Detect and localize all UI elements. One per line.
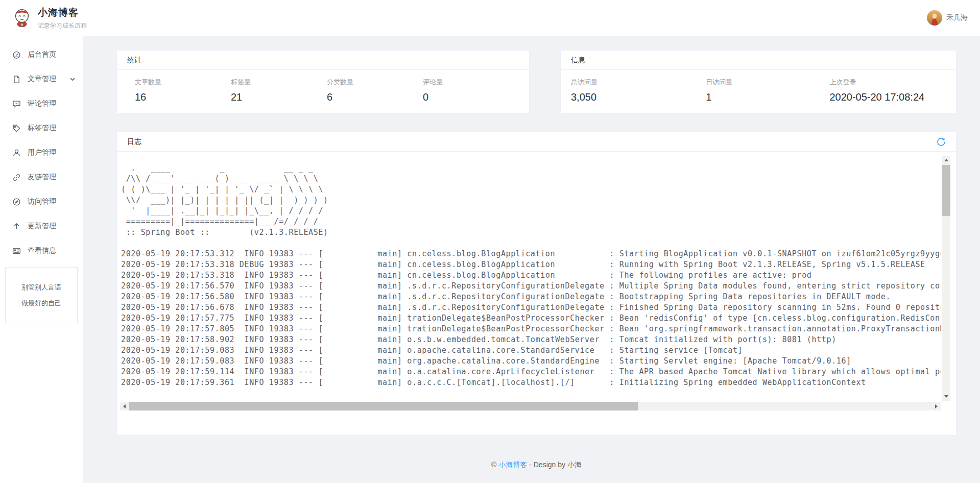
sidebar-item-label: 标签管理 xyxy=(28,124,56,133)
vertical-scrollbar[interactable] xyxy=(942,156,950,401)
log-line: 2020-05-19 20:17:58.902 INFO 19383 --- [… xyxy=(121,334,941,345)
log-line: 2020-05-19 20:17:59.361 INFO 19383 --- [… xyxy=(121,377,941,388)
stats-card-title: 统计 xyxy=(127,56,141,65)
sidebar-motto: 别管别人言语 做最好的自己 xyxy=(5,267,78,323)
log-banner-line: /\\ / ___'_ __ _ _(_)_ __ __ _ \ \ \ \ xyxy=(121,174,941,184)
sidebar-item-comments[interactable]: 评论管理 xyxy=(0,91,83,116)
log-banner-line: \\/ ___)| |_)| | | | | || (_| | ) ) ) ) xyxy=(121,195,941,206)
document-icon xyxy=(12,75,21,84)
sidebar-item-label: 友链管理 xyxy=(28,173,56,182)
footer-site-link[interactable]: 小海博客 xyxy=(498,461,527,469)
stats-card: 统计 文章数量 16 标签量 21 分类数量 6 xyxy=(116,50,530,113)
scroll-right-arrow[interactable] xyxy=(932,402,941,410)
sidebar-item-users[interactable]: 用户管理 xyxy=(0,140,83,165)
sidebar-item-visits[interactable]: 访问管理 xyxy=(0,189,83,214)
stat-label: 上次登录 xyxy=(829,78,946,87)
log-banner-line: ( ( )\___ | '_ | '_| | '_ \/ _` | \ \ \ … xyxy=(121,184,941,195)
log-line: 2020-05-19 20:17:56.580 INFO 19383 --- [… xyxy=(121,292,941,302)
log-line: 2020-05-19 20:17:53.318 DEBUG 19383 --- … xyxy=(121,259,941,270)
vertical-scroll-thumb[interactable] xyxy=(942,165,950,216)
scroll-up-arrow[interactable] xyxy=(942,156,950,164)
stat-articles: 文章数量 16 xyxy=(135,78,231,103)
user-name: 禾几海 xyxy=(946,13,968,22)
log-line: 2020-05-19 20:17:56.678 INFO 19383 --- [… xyxy=(121,302,941,313)
stat-value: 16 xyxy=(135,91,231,103)
log-card-title: 日志 xyxy=(127,137,141,147)
site-title: 小海博客 xyxy=(38,6,87,19)
dashboard-icon xyxy=(12,51,21,59)
log-output: . ____ _ __ _ _ /\\ / ___'_ __ _ _(_)_ _… xyxy=(121,163,941,399)
compass-icon xyxy=(12,198,21,206)
sidebar-item-tags[interactable]: 标签管理 xyxy=(0,116,83,140)
stat-label: 日访问量 xyxy=(706,78,829,87)
sidebar: 后台首页 文章管理 评论管理 xyxy=(0,36,83,483)
stat-value: 21 xyxy=(231,91,327,103)
info-card: 信息 总访问量 3,050 日访问量 1 上次登录 2020-05-20 17:… xyxy=(560,50,957,113)
footer: © 小海博客 - Design by 小海 xyxy=(116,445,957,483)
log-line: 2020-05-19 20:17:56.570 INFO 19383 --- [… xyxy=(121,281,941,292)
comment-icon xyxy=(12,100,21,108)
sidebar-item-label: 访问管理 xyxy=(28,197,56,206)
user-menu[interactable]: 禾几海 xyxy=(927,10,968,26)
stat-value: 2020-05-20 17:08:24 xyxy=(829,91,946,103)
log-line: 2020-05-19 20:17:59.083 INFO 19383 --- [… xyxy=(121,356,941,367)
info-card-title: 信息 xyxy=(571,56,585,65)
link-icon xyxy=(12,173,21,182)
sidebar-item-label: 更新管理 xyxy=(28,222,56,231)
log-line: 2020-05-19 20:17:59.083 INFO 19383 --- [… xyxy=(121,345,941,356)
stat-comments: 评论量 0 xyxy=(423,78,519,103)
sidebar-item-friend-links[interactable]: 友链管理 xyxy=(0,165,83,189)
chevron-down-icon[interactable] xyxy=(69,76,76,82)
motto-line-1: 别管别人言语 xyxy=(8,279,75,295)
sidebar-item-label: 用户管理 xyxy=(28,148,56,157)
tag-icon xyxy=(12,124,21,133)
site-logo-icon xyxy=(12,8,32,28)
user-avatar[interactable] xyxy=(927,10,942,26)
horizontal-scrollbar[interactable] xyxy=(120,402,941,410)
stat-label: 评论量 xyxy=(423,78,519,87)
sidebar-item-label: 后台首页 xyxy=(28,50,56,59)
user-icon xyxy=(12,149,21,157)
stat-value: 0 xyxy=(423,91,519,103)
log-line: 2020-05-19 20:17:57.805 INFO 19383 --- [… xyxy=(121,324,941,334)
refresh-icon[interactable] xyxy=(937,137,946,147)
stat-label: 分类数量 xyxy=(327,78,423,87)
up-arrow-icon xyxy=(12,222,21,231)
motto-line-2: 做最好的自己 xyxy=(8,295,75,311)
stat-value: 3,050 xyxy=(571,91,706,103)
main-content: 统计 文章数量 16 标签量 21 分类数量 6 xyxy=(83,36,980,483)
site-subtitle: 记录学习成长历程 xyxy=(38,21,87,30)
scroll-left-arrow[interactable] xyxy=(120,402,129,410)
log-card-header: 日志 xyxy=(117,132,956,152)
sidebar-item-articles[interactable]: 文章管理 xyxy=(0,67,83,91)
log-viewport: . ____ _ __ _ _ /\\ / ___'_ __ _ _(_)_ _… xyxy=(117,152,956,435)
horizontal-scroll-thumb[interactable] xyxy=(129,402,638,410)
log-banner-line: =========|_|==============|___/=/_/_/_/ xyxy=(121,216,941,227)
stat-tags: 标签量 21 xyxy=(231,78,327,103)
scroll-down-arrow[interactable] xyxy=(942,392,950,401)
log-banner-line: . ____ _ __ _ _ xyxy=(121,163,941,174)
sidebar-item-view-info[interactable]: 查看信息 xyxy=(0,238,83,263)
sidebar-item-updates[interactable]: 更新管理 xyxy=(0,214,83,238)
stats-card-header: 统计 xyxy=(117,51,529,70)
stat-value: 6 xyxy=(327,91,423,103)
sidebar-item-label: 评论管理 xyxy=(28,99,56,108)
sidebar-item-dashboard[interactable]: 后台首页 xyxy=(0,42,83,67)
id-card-icon xyxy=(12,247,21,255)
log-banner-line: ' |____| .__|_| |_|_| |_\__, | / / / / xyxy=(121,206,941,216)
sidebar-item-label: 文章管理 xyxy=(28,75,56,84)
info-card-header: 信息 xyxy=(561,51,956,70)
sidebar-item-label: 查看信息 xyxy=(28,246,56,255)
info-total-visits: 总访问量 3,050 xyxy=(571,78,706,103)
info-last-login: 上次登录 2020-05-20 17:08:24 xyxy=(829,78,946,103)
log-card: 日志 . ____ _ __ _ _ /\\ / ___'_ __ _ _(_)… xyxy=(116,132,957,436)
footer-copyright: © xyxy=(491,461,498,469)
log-line: 2020-05-19 20:17:53.318 INFO 19383 --- [… xyxy=(121,270,941,281)
info-daily-visits: 日访问量 1 xyxy=(706,78,829,103)
log-line: 2020-05-19 20:17:59.114 INFO 19383 --- [… xyxy=(121,367,941,377)
brand[interactable]: 小海博客 记录学习成长历程 xyxy=(12,6,87,30)
log-banner-line: :: Spring Boot :: (v2.1.3.RELEASE) xyxy=(121,227,941,238)
log-line: 2020-05-19 20:17:57.775 INFO 19383 --- [… xyxy=(121,313,941,324)
footer-design-by: - Design by 小海 xyxy=(527,461,582,469)
app-header: 小海博客 记录学习成长历程 禾几海 xyxy=(0,0,980,36)
